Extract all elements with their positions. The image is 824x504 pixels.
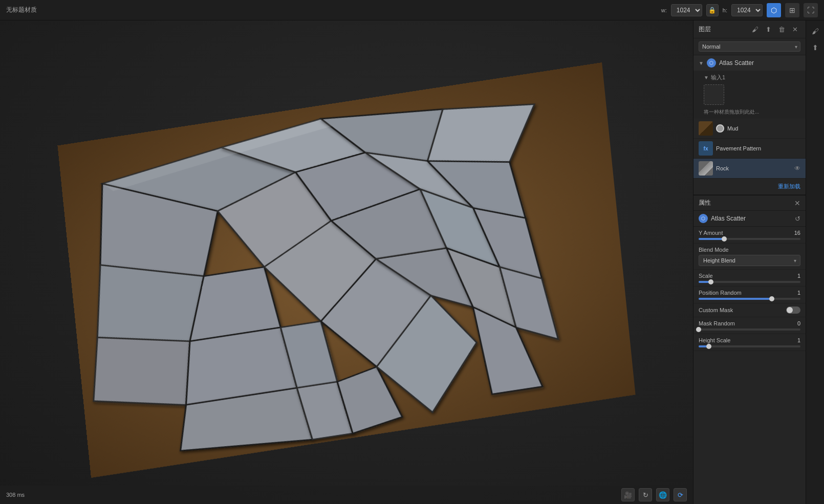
rock-visibility-icon[interactable]: 👁 — [794, 165, 800, 172]
fx-icon: fx — [704, 146, 708, 151]
refresh-tool-button[interactable]: ⟳ — [674, 488, 687, 501]
custom-mask-toggle[interactable] — [786, 306, 800, 314]
y-amount-property: Y Amount 16 — [693, 227, 806, 244]
3d-render-canvas — [0, 20, 693, 504]
blend-mode-prop-select[interactable]: Height Blend Normal Multiply Add — [699, 255, 800, 266]
mask-random-label: Mask Random — [699, 320, 735, 326]
blend-mode-select[interactable]: Normal Multiply Add — [699, 41, 800, 52]
y-amount-slider-thumb — [722, 236, 727, 242]
far-paint-icon: 🖌 — [812, 27, 819, 35]
lock-aspect-button[interactable]: 🔒 — [706, 4, 719, 16]
refresh-icon: ⟳ — [678, 491, 683, 499]
top-bar-controls: w: 102451220484096 🔒 h: 102451220484096 … — [661, 3, 818, 17]
reload-button[interactable]: 重新加载 — [778, 183, 800, 190]
material-drop-zone[interactable] — [704, 84, 724, 105]
delete-layer-button[interactable]: 🗑 — [776, 24, 787, 35]
input-label: 输入1 — [711, 74, 725, 81]
mask-random-property: Mask Random 0 — [693, 317, 806, 334]
height-scale-slider-track[interactable] — [699, 345, 800, 347]
pavement-thumbnail: fx — [699, 141, 713, 156]
blend-mode-row: Normal Multiply Add ▾ — [693, 38, 806, 55]
environment-tool-button[interactable]: 🌐 — [656, 488, 669, 501]
add-row: 重新加载 — [693, 179, 806, 194]
mask-random-value: 0 — [797, 320, 800, 326]
input-header: ▼ 输入1 — [704, 74, 800, 81]
custom-mask-knob — [787, 307, 793, 313]
blend-mode-prop-label: Blend Mode — [699, 247, 800, 253]
atlas-node-collapse-icon: ▼ — [699, 60, 704, 66]
export-icon: ⬆ — [766, 26, 771, 33]
scale-slider-track[interactable] — [699, 281, 800, 283]
timing-badge: 308 ms — [6, 492, 25, 498]
props-node-icon: ⬡ — [699, 214, 708, 223]
camera-tool-button[interactable]: 🎥 — [621, 488, 635, 501]
rock-layer-name: Rock — [716, 165, 791, 171]
position-random-slider-track[interactable] — [699, 298, 800, 300]
props-atlas-icon: ⬡ — [701, 216, 705, 221]
y-amount-slider-track[interactable] — [699, 238, 800, 240]
height-scale-slider-thumb — [706, 344, 711, 349]
atlas-sub-node-area: ▼ 输入1 将一种材质拖放到此处... — [693, 71, 806, 119]
position-random-slider-fill — [699, 298, 772, 300]
mud-layer-name: Mud — [727, 125, 800, 132]
paint-layer-button[interactable]: 🖌 — [749, 24, 761, 35]
atlas-node-header[interactable]: ▼ ⬡ Atlas Scatter — [693, 55, 806, 71]
input-collapse-icon: ▼ — [704, 75, 709, 80]
paint-icon: 🖌 — [752, 26, 758, 33]
mud-secondary-icon — [716, 124, 724, 133]
properties-close-button[interactable]: ✕ — [794, 199, 800, 207]
layer-item-rock[interactable]: Rock 👁 — [693, 159, 806, 179]
close-layers-button[interactable]: ✕ — [789, 24, 800, 35]
grid-icon: ⊞ — [789, 6, 795, 14]
viewport-tools: 🎥 ↻ 🌐 ⟳ — [621, 488, 687, 501]
top-bar: 无标题材质 w: 102451220484096 🔒 h: 1024512204… — [0, 0, 824, 20]
mask-random-label-row: Mask Random 0 — [699, 320, 800, 326]
atlas-icon-symbol: ⬡ — [709, 60, 713, 65]
mask-random-slider-track[interactable] — [699, 328, 800, 331]
layer-item-mud[interactable]: Mud — [693, 119, 806, 139]
stone-render-svg — [57, 62, 635, 478]
mask-random-slider-thumb — [696, 327, 701, 332]
globe-icon: 🌐 — [659, 491, 667, 499]
properties-title: 属性 — [699, 199, 711, 207]
layer-item-pavement[interactable]: fx Pavement Pattern — [693, 139, 806, 159]
right-sidebar: 图层 🖌 ⬆ 🗑 ✕ — [693, 20, 806, 504]
cube-icon: ⬡ — [771, 6, 777, 14]
far-paint-button[interactable]: 🖌 — [809, 25, 822, 38]
3d-view-button[interactable]: ⬡ — [767, 3, 781, 17]
grid-view-button[interactable]: ⊞ — [785, 3, 799, 17]
position-random-label: Position Random — [699, 290, 742, 296]
y-amount-label: Y Amount — [699, 230, 723, 236]
props-node-label: Atlas Scatter — [711, 215, 746, 222]
far-layers-button[interactable]: ⬆ — [809, 41, 822, 54]
height-select[interactable]: 102451220484096 — [731, 4, 763, 16]
height-scale-label: Height Scale — [699, 337, 730, 343]
y-amount-slider-fill — [699, 238, 724, 240]
lock-icon: 🔒 — [708, 7, 716, 14]
position-random-property: Position Random 1 — [693, 287, 806, 303]
width-select[interactable]: 102451220484096 — [671, 4, 702, 16]
viewport-bottom-bar: 308 ms 🎥 ↻ 🌐 ⟳ — [0, 486, 693, 504]
height-scale-label-row: Height Scale 1 — [699, 337, 800, 343]
rotate-tool-button[interactable]: ↻ — [639, 488, 652, 501]
mud-thumbnail — [699, 121, 713, 136]
viewport[interactable]: 308 ms 🎥 ↻ 🌐 ⟳ — [0, 20, 693, 504]
fullscreen-button[interactable]: ⛶ — [804, 3, 818, 17]
blend-select-wrapper: Normal Multiply Add ▾ — [699, 41, 800, 52]
atlas-node-label: Atlas Scatter — [719, 59, 754, 67]
height-scale-value: 1 — [797, 337, 800, 343]
layers-header: 图层 🖌 ⬆ 🗑 ✕ — [693, 20, 806, 38]
layers-panel: 图层 🖌 ⬆ 🗑 ✕ — [693, 20, 806, 195]
reset-button[interactable]: ↺ — [795, 215, 800, 223]
scale-slider-thumb — [708, 279, 713, 284]
export-layer-button[interactable]: ⬆ — [763, 24, 774, 35]
y-amount-value: 16 — [794, 230, 800, 236]
rock-thumbnail — [699, 161, 713, 176]
w-label: w: — [661, 7, 667, 13]
scale-value: 1 — [797, 273, 800, 279]
scale-label: Scale — [699, 273, 713, 279]
properties-node-left: ⬡ Atlas Scatter — [699, 214, 746, 223]
camera-icon: 🎥 — [624, 491, 632, 499]
close-icon: ✕ — [794, 199, 800, 207]
pavement-layer-name: Pavement Pattern — [716, 145, 800, 151]
